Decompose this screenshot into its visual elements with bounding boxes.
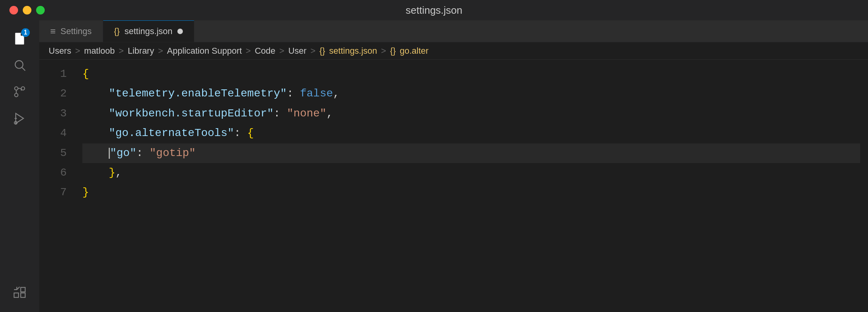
editor-area[interactable]: 1 2 3 4 5 6 7 { "telemetry.enableTelemet… xyxy=(39,60,868,312)
breadcrumb-library[interactable]: Library xyxy=(128,46,154,56)
explorer-badge: 1 xyxy=(21,28,30,37)
svg-rect-10 xyxy=(21,287,25,292)
source-control-activity-icon[interactable] xyxy=(8,80,31,103)
line7-brace: } xyxy=(82,183,89,202)
breadcrumb-sep-4: > xyxy=(246,46,251,56)
line6-comma: , xyxy=(115,163,122,183)
line-num-2: 2 xyxy=(47,84,67,103)
line3-indent xyxy=(82,104,109,123)
explorer-activity-icon[interactable]: 1 xyxy=(8,27,31,50)
breadcrumb-sep-2: > xyxy=(119,46,124,56)
line6-brace: } xyxy=(109,163,115,183)
breadcrumb-sep-1: > xyxy=(75,46,80,56)
svg-line-1 xyxy=(22,67,25,71)
svg-point-0 xyxy=(15,61,23,69)
maximize-button[interactable] xyxy=(36,6,45,15)
search-activity-icon[interactable] xyxy=(8,53,31,77)
line4-colon: : xyxy=(234,123,247,143)
main-area: ≡ Settings {} settings.json Users > matl… xyxy=(39,20,868,312)
code-line-7: } xyxy=(82,183,860,202)
code-line-6: }, xyxy=(82,163,860,183)
breadcrumb-sep-6: > xyxy=(310,46,315,56)
settings-json-tab-label: settings.json xyxy=(124,26,172,36)
unsaved-indicator xyxy=(177,29,183,34)
breadcrumb-matloob[interactable]: matloob xyxy=(84,46,115,56)
breadcrumb-sep-7: > xyxy=(381,46,386,56)
line6-indent xyxy=(82,163,109,183)
line5-colon: : xyxy=(136,143,150,163)
extensions-activity-icon[interactable] xyxy=(8,281,31,304)
window-title: settings.json xyxy=(406,4,463,16)
line2-key: "telemetry.enableTelemetry" xyxy=(109,84,287,103)
line2-comma: , xyxy=(333,84,340,103)
breadcrumb-settings-json[interactable]: {} settings.json xyxy=(319,46,377,56)
tab-settings-json[interactable]: {} settings.json xyxy=(103,20,194,42)
code-line-4: "go.alternateTools": { xyxy=(82,123,860,143)
line2-colon: : xyxy=(287,84,300,103)
breadcrumb-go-alter[interactable]: {} go.alter xyxy=(390,46,429,56)
code-line-5: "go": "gotip" xyxy=(82,143,860,163)
svg-rect-9 xyxy=(21,293,25,297)
run-activity-icon[interactable] xyxy=(8,107,31,130)
line5-indent xyxy=(82,143,109,163)
breadcrumb-users[interactable]: Users xyxy=(49,46,71,56)
line-numbers: 1 2 3 4 5 6 7 xyxy=(39,64,75,307)
activity-bar: 1 xyxy=(0,20,39,312)
breadcrumb: Users > matloob > Library > Application … xyxy=(39,42,868,60)
close-button[interactable] xyxy=(9,6,18,15)
line-num-6: 6 xyxy=(47,163,67,183)
code-editor[interactable]: { "telemetry.enableTelemetry": false, "w… xyxy=(75,64,868,307)
line3-colon: : xyxy=(274,104,287,123)
title-bar: settings.json xyxy=(0,0,868,20)
line4-indent xyxy=(82,123,109,143)
code-line-1: { xyxy=(82,64,860,84)
tab-settings[interactable]: ≡ Settings xyxy=(39,20,103,42)
minimize-button[interactable] xyxy=(23,6,31,15)
breadcrumb-json-icon-2: {} xyxy=(390,46,396,56)
line2-value: false xyxy=(300,84,333,103)
line-num-3: 3 xyxy=(47,104,67,123)
settings-tab-label: Settings xyxy=(60,26,92,36)
code-line-3: "workbench.startupEditor": "none", xyxy=(82,104,860,123)
line-num-5: 5 xyxy=(47,143,67,163)
line5-value: "gotip" xyxy=(150,143,196,163)
line5-key: "go" xyxy=(110,143,136,163)
tabs-bar: ≡ Settings {} settings.json xyxy=(39,20,868,42)
line1-brace: { xyxy=(82,64,89,84)
svg-point-3 xyxy=(21,87,25,90)
svg-point-2 xyxy=(15,87,18,90)
window-controls xyxy=(9,6,45,15)
svg-point-4 xyxy=(15,93,18,97)
code-line-2: "telemetry.enableTelemetry": false, xyxy=(82,84,860,103)
line-num-7: 7 xyxy=(47,183,67,202)
line4-brace: { xyxy=(247,123,254,143)
breadcrumb-sep-5: > xyxy=(279,46,284,56)
line4-key: "go.alternateTools" xyxy=(109,123,234,143)
breadcrumb-application-support[interactable]: Application Support xyxy=(167,46,242,56)
breadcrumb-user[interactable]: User xyxy=(288,46,306,56)
line-num-4: 4 xyxy=(47,123,67,143)
line3-value: "none" xyxy=(287,104,326,123)
line-num-1: 1 xyxy=(47,64,67,84)
breadcrumb-code[interactable]: Code xyxy=(255,46,275,56)
settings-tab-icon: ≡ xyxy=(50,26,56,37)
breadcrumb-sep-3: > xyxy=(158,46,163,56)
line2-indent xyxy=(82,84,109,103)
line3-key: "workbench.startupEditor" xyxy=(109,104,274,123)
svg-rect-8 xyxy=(14,293,18,297)
json-tab-icon: {} xyxy=(114,26,120,36)
line3-comma: , xyxy=(326,104,333,123)
breadcrumb-json-icon-1: {} xyxy=(319,46,325,56)
